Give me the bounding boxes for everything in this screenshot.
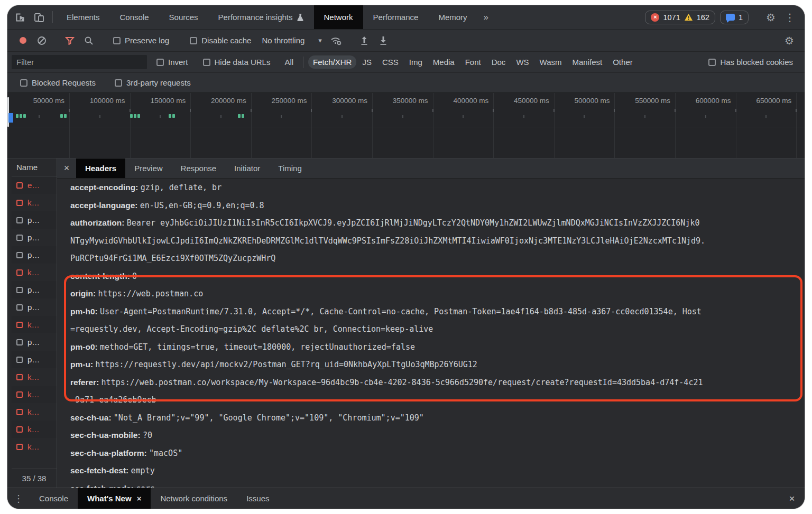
kebab-menu-icon[interactable]: ⋮	[780, 12, 799, 23]
details-tab-preview[interactable]: Preview	[125, 158, 171, 178]
network-type-chip-font[interactable]: Font	[460, 55, 486, 69]
export-har-icon[interactable]	[374, 33, 392, 49]
checkbox[interactable]	[113, 37, 121, 44]
request-row[interactable]: k…	[12, 264, 57, 281]
request-row[interactable]: k…	[12, 316, 57, 333]
network-settings-gear-icon[interactable]: ⚙	[780, 33, 798, 49]
timeline-minor-tick	[160, 115, 161, 118]
messages-badge[interactable]: 1	[720, 11, 749, 24]
checkbox[interactable]	[156, 59, 164, 66]
invert-checkbox[interactable]: Invert	[151, 58, 193, 67]
filter-input[interactable]	[12, 55, 147, 69]
import-har-icon[interactable]	[355, 33, 373, 49]
drawer-tab-network-conditions[interactable]: Network conditions	[151, 488, 237, 509]
drawer-tab-what-s-new[interactable]: What's New×	[78, 488, 151, 509]
request-file-icon	[16, 426, 23, 433]
request-row[interactable]: p…	[12, 333, 57, 351]
request-row[interactable]: k…	[12, 194, 57, 211]
clear-network-log-button[interactable]	[33, 33, 51, 49]
network-type-chip-other[interactable]: Other	[608, 55, 638, 69]
request-row[interactable]: k…	[12, 368, 57, 386]
timeline-tick-label: 400000 ms	[433, 94, 492, 108]
drawer-tab-issues[interactable]: Issues	[237, 488, 279, 509]
tab-performance-insights[interactable]: Performance insights	[208, 5, 314, 29]
network-conditions-icon[interactable]	[327, 33, 345, 49]
request-row[interactable]: e…	[12, 176, 57, 194]
blocked-requests-checkbox[interactable]: Blocked Requests	[15, 78, 101, 87]
throttling-select[interactable]: No throttling ▾	[257, 36, 326, 45]
console-errors-warnings-badge[interactable]: × 1071 162	[645, 11, 715, 24]
close-tab-icon[interactable]: ×	[137, 494, 142, 503]
network-main-area: Name e…k…p…p…p…k…p…p…k…p…p…k…k…k…k…k… 35…	[7, 158, 805, 488]
close-details-icon[interactable]: ×	[57, 158, 76, 178]
disable-cache-checkbox[interactable]: Disable cache	[184, 36, 256, 45]
checkbox[interactable]	[115, 79, 122, 87]
third-party-requests-checkbox[interactable]: 3rd-party requests	[109, 78, 196, 87]
search-icon[interactable]	[80, 33, 98, 49]
tab-console[interactable]: Console	[110, 5, 159, 29]
checkbox[interactable]	[708, 59, 716, 66]
more-tabs-chevron[interactable]: »	[477, 5, 495, 29]
request-row[interactable]: k…	[12, 386, 57, 403]
device-toolbar-icon[interactable]	[30, 5, 49, 29]
network-type-chip-fetch-xhr[interactable]: Fetch/XHR	[308, 55, 356, 69]
tab-memory[interactable]: Memory	[428, 5, 477, 29]
checkbox[interactable]	[203, 59, 210, 66]
preserve-log-checkbox[interactable]: Preserve log	[108, 36, 174, 45]
timeline-tick	[493, 109, 494, 112]
drawer-tab-console[interactable]: Console	[30, 488, 78, 509]
network-type-chip-wasm[interactable]: Wasm	[535, 55, 567, 69]
header-line: accept-encodinggzip, deflate, br	[70, 179, 805, 197]
timeline-tick-label: 350000 ms	[373, 94, 431, 108]
network-type-chip-manifest[interactable]: Manifest	[568, 55, 607, 69]
network-type-chip-img[interactable]: Img	[404, 55, 427, 69]
activity-marker	[169, 114, 171, 118]
timeline-minor-tick	[402, 115, 403, 118]
tab-elements[interactable]: Elements	[57, 5, 110, 29]
checkbox[interactable]	[190, 37, 197, 44]
request-row[interactable]: p…	[12, 281, 57, 298]
network-type-chip-all[interactable]: All	[280, 55, 298, 69]
network-type-chip-js[interactable]: JS	[357, 55, 376, 69]
timeline-tick-label: 100000 ms	[70, 94, 128, 108]
request-row[interactable]: k…	[12, 403, 57, 420]
request-row[interactable]: k…	[12, 438, 57, 455]
details-tab-response[interactable]: Response	[172, 158, 226, 178]
timeline-tick-label: 200000 ms	[191, 94, 250, 108]
request-row[interactable]: p…	[12, 351, 57, 368]
inspect-element-icon[interactable]	[11, 5, 30, 29]
header-line: NTgyMywidGVhbUlkIjowLCJpdiI6ImQzNkZKREhD…	[70, 232, 805, 250]
tab-network[interactable]: Network	[314, 5, 363, 29]
request-row[interactable]: p…	[12, 298, 57, 316]
request-row[interactable]: p…	[12, 246, 57, 264]
hide-data-urls-checkbox[interactable]: Hide data URLs	[198, 58, 276, 67]
request-row[interactable]: p…	[12, 229, 57, 246]
requests-sidebar: Name e…k…p…p…p…k…p…p…k…p…p…k…k…k…k…k… 35…	[7, 158, 57, 488]
header-line: -9a71-ea4a26eb9ecb	[70, 391, 805, 409]
filter-icon[interactable]	[61, 33, 79, 49]
header-name: pm-h0	[70, 307, 100, 316]
tab-sources[interactable]: Sources	[159, 5, 208, 29]
settings-gear-icon[interactable]: ⚙	[761, 12, 780, 23]
tab-performance[interactable]: Performance	[363, 5, 429, 29]
timeline-tick	[372, 109, 373, 112]
details-tab-initiator[interactable]: Initiator	[225, 158, 269, 178]
name-column-header[interactable]: Name	[12, 158, 57, 176]
close-drawer-icon[interactable]: ×	[779, 488, 805, 509]
network-type-chip-css[interactable]: CSS	[377, 55, 403, 69]
request-row[interactable]: k…	[12, 420, 57, 438]
network-type-chip-ws[interactable]: WS	[511, 55, 533, 69]
details-tab-headers[interactable]: Headers	[76, 158, 125, 178]
details-tab-timing[interactable]: Timing	[269, 158, 310, 178]
record-network-log-button[interactable]	[14, 33, 32, 49]
request-row[interactable]: p…	[12, 211, 57, 229]
has-blocked-cookies-checkbox[interactable]: Has blocked cookies	[703, 58, 800, 67]
network-overview-timeline[interactable]: 50000 ms100000 ms150000 ms200000 ms25000…	[7, 93, 805, 158]
network-type-chip-media[interactable]: Media	[428, 55, 459, 69]
header-value: en-US,en-GB;q=0.9,en;q=0.8	[140, 201, 264, 210]
header-value: PuRCPtu94FrGi1MA_E6Ezci9Xf0OTM5ZQyZucpzW…	[70, 254, 275, 263]
network-type-chip-doc[interactable]: Doc	[487, 55, 511, 69]
drawer-kebab-menu-icon[interactable]: ⋮	[7, 488, 30, 509]
header-name: sec-fetch-mode	[70, 484, 136, 488]
checkbox[interactable]	[20, 79, 27, 87]
